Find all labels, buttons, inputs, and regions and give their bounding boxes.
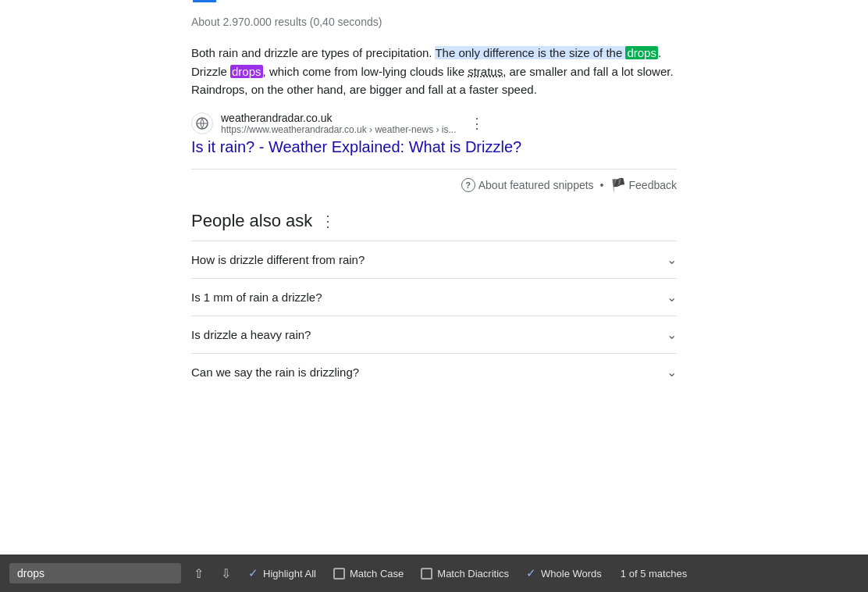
whole-words-label: Whole Words [541, 568, 602, 580]
paa-title: People also ask [191, 211, 312, 231]
source-menu-icon[interactable]: ⋮ [470, 115, 484, 132]
about-snippets-label: About featured snippets [478, 179, 594, 191]
snippet-before: Both rain and drizzle are types of preci… [191, 46, 435, 59]
top-progress-bar [193, 0, 216, 2]
results-count: About 2.970.000 results (0,40 seconds) [191, 16, 677, 28]
snippet-highlight-green: drops [625, 46, 658, 59]
result-link[interactable]: Is it rain? - Weather Explained: What is… [191, 138, 677, 156]
paa-header: People also ask ⋮ [191, 211, 677, 231]
source-name: weatherandradar.co.uk [221, 112, 456, 124]
question-icon: ? [461, 178, 475, 192]
people-also-ask-section: People also ask ⋮ How is drizzle differe… [191, 211, 677, 391]
paa-chevron-2: ⌄ [667, 290, 677, 305]
highlight-all-check-icon: ✓ [248, 566, 258, 580]
paa-chevron-4: ⌄ [667, 365, 677, 380]
paa-question-3: Is drizzle a heavy rain? [191, 328, 311, 341]
match-case-label: Match Case [350, 568, 404, 580]
match-diacritics-checkbox[interactable] [421, 568, 432, 580]
whole-words-option[interactable]: ✓ Whole Words [521, 566, 607, 580]
source-info: weatherandradar.co.uk https://www.weathe… [221, 112, 456, 135]
find-input[interactable] [9, 563, 181, 583]
dot-separator: • [600, 179, 604, 191]
feedback-icon: 🏴 [610, 177, 626, 192]
snippet-highlight-purple: drops [230, 65, 263, 78]
match-diacritics-label: Match Diacritics [437, 568, 509, 580]
source-row: weatherandradar.co.uk https://www.weathe… [191, 112, 677, 135]
paa-item-2[interactable]: Is 1 mm of rain a drizzle? ⌄ [191, 278, 677, 316]
divider-row: ? About featured snippets • 🏴 Feedback [191, 169, 677, 192]
highlight-all-option[interactable]: ✓ Highlight All [244, 566, 321, 580]
snippet-highlight-blue: The only difference is the size of the d… [435, 46, 658, 59]
paa-item-4[interactable]: Can we say the rain is drizzling? ⌄ [191, 353, 677, 391]
source-url: https://www.weatherandradar.co.uk › weat… [221, 124, 456, 135]
paa-menu-icon[interactable]: ⋮ [320, 212, 336, 230]
paa-question-1: How is drizzle different from rain? [191, 253, 365, 266]
main-content: About 2.970.000 results (0,40 seconds) B… [0, 0, 868, 555]
paa-chevron-3: ⌄ [667, 327, 677, 342]
whole-words-check-icon: ✓ [526, 566, 536, 580]
find-bar: ⇧ ⇩ ✓ Highlight All Match Case Match Dia… [0, 555, 868, 592]
paa-question-2: Is 1 mm of rain a drizzle? [191, 291, 322, 304]
paa-chevron-1: ⌄ [667, 252, 677, 267]
highlight-all-label: Highlight All [263, 568, 316, 580]
find-prev-button[interactable]: ⇧ [189, 563, 208, 584]
match-diacritics-option[interactable]: Match Diacritics [416, 568, 514, 580]
paa-item-3[interactable]: Is drizzle a heavy rain? ⌄ [191, 316, 677, 353]
match-case-option[interactable]: Match Case [329, 568, 408, 580]
find-next-button[interactable]: ⇩ [216, 563, 236, 584]
feedback-button[interactable]: 🏴 Feedback [610, 177, 677, 192]
snippet-text: Both rain and drizzle are types of preci… [191, 44, 677, 99]
paa-question-4: Can we say the rain is drizzling? [191, 366, 359, 379]
site-icon [191, 112, 213, 134]
matches-count: 1 of 5 matches [621, 568, 687, 580]
paa-item-1[interactable]: How is drizzle different from rain? ⌄ [191, 241, 677, 278]
feedback-label: Feedback [629, 179, 677, 191]
match-case-checkbox[interactable] [333, 568, 345, 580]
about-snippets-button[interactable]: ? About featured snippets [461, 178, 594, 192]
